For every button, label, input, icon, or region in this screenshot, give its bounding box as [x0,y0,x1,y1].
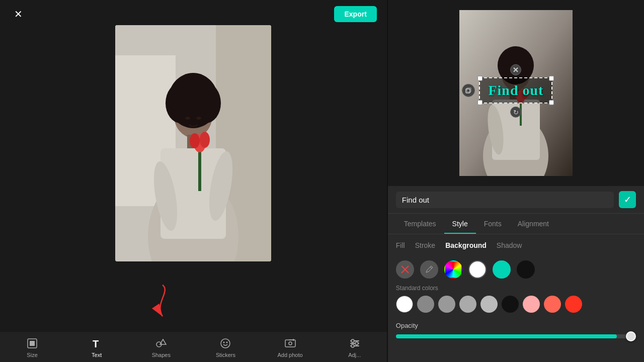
toolbar-label-stickers: Stickers [216,352,235,358]
color-swatch-none[interactable] [396,260,414,279]
canvas-area [115,25,271,261]
subtab-background[interactable]: Background [445,239,487,251]
tab-templates[interactable]: Templates [396,214,444,234]
shapes-icon [154,337,168,350]
color-swatch-black[interactable] [517,260,535,279]
standard-colors-row [388,294,644,315]
left-panel: ✕ Export [0,0,387,362]
preview-image: Find out ↻ [459,10,573,176]
export-button[interactable]: Export [334,6,376,22]
svg-point-25 [223,342,225,343]
arrow-indicator [150,281,175,321]
svg-point-14 [200,132,210,148]
toolbar-item-add-photo[interactable]: Add photo [273,337,308,358]
opacity-fill [396,334,617,338]
svg-rect-12 [198,146,201,191]
svg-line-55 [430,267,432,268]
canvas-image [115,25,271,261]
svg-point-16 [185,117,190,120]
svg-point-26 [226,342,228,343]
confirm-button[interactable]: ✓ [619,191,636,208]
subtab-fill[interactable]: Fill [396,239,405,251]
controls-section: ✓ Templates Style Fonts Alignment Fill S… [388,186,644,362]
svg-rect-52 [467,88,471,92]
opacity-section: Opacity [388,315,644,342]
opacity-thumb[interactable] [626,331,636,341]
canvas-illustration [115,25,271,261]
toolbar-label-adjust: Adj... [348,352,361,358]
svg-point-7 [191,83,221,123]
svg-point-35 [351,339,354,342]
color-swatch-edit[interactable] [420,260,438,279]
std-swatch-4[interactable] [480,296,498,313]
std-swatch-3[interactable] [459,296,476,313]
right-panel: Find out ↻ ✓ Templates S [388,0,644,362]
std-swatch-0[interactable] [396,296,413,313]
tab-fonts[interactable]: Fonts [476,214,510,234]
std-swatch-1[interactable] [417,296,434,313]
svg-point-24 [221,339,230,348]
main-tabs: Templates Style Fonts Alignment [388,214,644,234]
tab-style[interactable]: Style [444,214,476,234]
tab-alignment[interactable]: Alignment [510,214,557,234]
text-box-overlay[interactable]: Find out ↻ [479,77,552,104]
delete-handle[interactable] [510,64,521,75]
svg-rect-27 [285,340,295,347]
subtab-stroke[interactable]: Stroke [415,239,435,251]
handle-top-left[interactable] [477,76,482,81]
toolbar-item-text[interactable]: T Text [79,337,114,358]
std-swatch-6[interactable] [523,296,540,313]
svg-point-28 [289,342,292,345]
svg-rect-51 [466,89,470,93]
std-swatch-2[interactable] [438,296,455,313]
close-button[interactable]: ✕ [10,6,26,22]
toolbar-item-shapes[interactable]: Shapes [143,337,179,358]
overlay-text: Find out [488,82,543,98]
color-swatch-spectrum[interactable] [444,260,462,279]
text-input-row: ✓ [388,186,644,214]
preview-area: Find out ↻ [388,0,644,186]
handle-bottom-right[interactable] [549,100,554,105]
standard-colors-label: Standard colors [388,283,644,294]
color-options-row [388,256,644,283]
svg-marker-23 [160,339,166,344]
toolbar-item-stickers[interactable]: Stickers [208,337,243,358]
add-photo-icon [284,337,297,350]
subtab-shadow[interactable]: Shadow [497,239,522,251]
adjust-icon [348,337,361,350]
color-swatch-teal[interactable] [493,260,511,279]
toolbar-item-size[interactable]: Size [15,337,50,358]
handle-top-right[interactable] [549,76,554,81]
std-swatch-5[interactable] [502,296,519,313]
std-swatch-8[interactable] [565,296,582,313]
text-input[interactable] [396,192,614,208]
subtabs-row: Fill Stroke Background Shadow [388,234,644,256]
text-icon: T [90,337,103,350]
copy-handle[interactable] [462,84,475,97]
handle-bottom-left[interactable] [477,100,482,105]
toolbar-item-adjust[interactable]: Adj... [337,337,372,358]
size-icon [26,337,39,350]
svg-point-17 [196,117,201,120]
opacity-slider[interactable] [396,334,636,338]
svg-point-36 [355,342,358,345]
svg-point-15 [190,133,200,148]
arrow-svg [150,281,175,321]
std-swatch-7[interactable] [544,296,561,313]
rotate-handle[interactable]: ↻ [510,107,521,118]
toolbar-label-text: Text [92,352,102,358]
stickers-icon [219,337,232,350]
svg-rect-20 [30,341,35,346]
color-swatch-white[interactable] [468,260,487,279]
svg-text:T: T [93,338,99,349]
bottom-toolbar: Size T Text Shapes [0,332,387,362]
toolbar-label-shapes: Shapes [152,352,171,358]
svg-point-37 [351,344,354,347]
toolbar-label-size: Size [27,352,37,358]
toolbar-label-add-photo: Add photo [277,352,302,358]
top-bar: ✕ Export [0,0,387,28]
opacity-label: Opacity [396,322,636,329]
